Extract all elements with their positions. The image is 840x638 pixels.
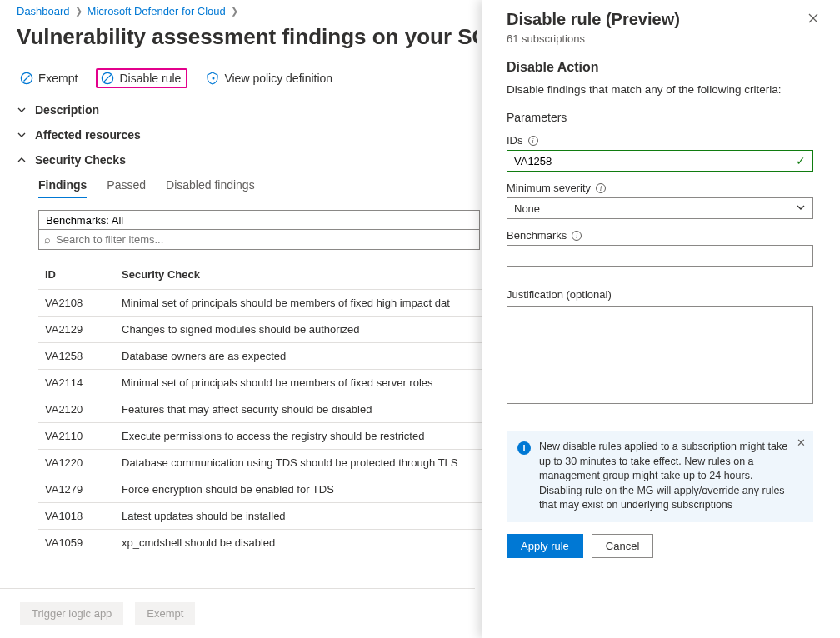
findings-table: ID Security Check VA2108Minimal set of p… — [38, 260, 483, 556]
policy-icon — [206, 72, 219, 85]
svg-point-4 — [212, 77, 215, 80]
view-policy-button[interactable]: View policy definition — [202, 68, 336, 88]
security-checks-section[interactable]: Security Checks — [17, 153, 477, 167]
disable-rule-panel: Disable rule (Preview) 61 subscriptions … — [482, 0, 840, 638]
apply-rule-button[interactable]: Apply rule — [507, 534, 583, 558]
notice-text: New disable rules applied to a subscript… — [539, 440, 791, 513]
description-section[interactable]: Description — [17, 103, 477, 117]
table-row[interactable]: VA1258Database owners are as expected — [38, 343, 483, 370]
cell-security-check: xp_cmdshell should be disabled — [122, 536, 480, 549]
cell-security-check: Execute permissions to access the regist… — [122, 430, 480, 442]
table-row[interactable]: VA2110Execute permissions to access the … — [38, 423, 483, 450]
table-row[interactable]: VA2108Minimal set of principals should b… — [38, 290, 483, 317]
panel-subtext: 61 subscriptions — [507, 32, 813, 45]
checkmark-icon: ✓ — [796, 154, 806, 167]
cell-id: VA1220 — [42, 456, 122, 469]
breadcrumb: Dashboard ❯ Microsoft Defender for Cloud… — [17, 5, 477, 17]
search-icon: ⌕ — [44, 233, 51, 246]
chevron-down-icon — [17, 130, 27, 140]
table-row[interactable]: VA1220Database communication using TDS s… — [38, 450, 483, 476]
cell-id: VA1059 — [42, 536, 122, 549]
table-row[interactable]: VA1018Latest updates should be installed — [38, 503, 483, 530]
table-row[interactable]: VA2129Changes to signed modules should b… — [38, 317, 483, 343]
column-id[interactable]: ID — [42, 268, 122, 281]
tab-disabled-findings[interactable]: Disabled findings — [166, 178, 255, 198]
info-icon[interactable]: i — [528, 136, 538, 146]
chevron-down-icon — [17, 105, 27, 115]
svg-line-1 — [24, 76, 30, 82]
benchmarks-filter[interactable] — [38, 210, 480, 230]
chevron-up-icon — [17, 155, 27, 165]
close-icon[interactable] — [807, 12, 820, 28]
cancel-button[interactable]: Cancel — [592, 534, 653, 558]
affected-resources-section[interactable]: Affected resources — [17, 128, 477, 142]
cell-security-check: Database owners are as expected — [122, 350, 480, 362]
info-icon: i — [518, 441, 531, 455]
chevron-down-icon — [796, 202, 806, 215]
trigger-logic-app-button[interactable]: Trigger logic app — [20, 602, 123, 625]
cell-security-check: Latest updates should be installed — [122, 510, 480, 522]
cell-id: VA2129 — [42, 323, 122, 336]
breadcrumb-item[interactable]: Microsoft Defender for Cloud — [88, 5, 226, 17]
cell-id: VA2108 — [42, 297, 122, 309]
exempt-label: Exempt — [38, 72, 78, 85]
justification-textarea[interactable] — [507, 306, 813, 404]
disable-action-desc: Disable findings that match any of the f… — [507, 83, 813, 96]
svg-line-3 — [104, 75, 112, 82]
search-input[interactable] — [56, 233, 474, 246]
disable-action-heading: Disable Action — [507, 60, 813, 75]
cell-security-check: Database communication using TDS should … — [122, 456, 480, 469]
page-title: Vulnerability assessment findings on you… — [17, 24, 477, 50]
info-icon[interactable]: i — [596, 183, 606, 193]
table-row[interactable]: VA2114Minimal set of principals should b… — [38, 370, 483, 396]
table-row[interactable]: VA1059xp_cmdshell should be disabled — [38, 530, 483, 556]
cell-id: VA1279 — [42, 483, 122, 496]
close-notice-icon[interactable]: ✕ — [797, 436, 806, 449]
cell-id: VA2120 — [42, 403, 122, 416]
chevron-right-icon: ❯ — [75, 6, 82, 17]
chevron-right-icon: ❯ — [231, 6, 238, 17]
cell-security-check: Changes to signed modules should be auth… — [122, 323, 480, 336]
table-row[interactable]: VA2120Features that may affect security … — [38, 396, 483, 423]
tab-passed[interactable]: Passed — [107, 178, 146, 198]
info-notice: i New disable rules applied to a subscri… — [507, 431, 813, 522]
cell-security-check: Minimal set of principals should be memb… — [122, 297, 480, 309]
prohibit-icon — [101, 72, 114, 85]
benchmarks-field[interactable] — [507, 245, 813, 267]
disable-rule-button[interactable]: Disable rule — [96, 68, 188, 88]
view-policy-label: View policy definition — [224, 72, 332, 85]
exempt-icon — [20, 72, 33, 85]
justification-label: Justification (optional) — [507, 288, 813, 301]
exempt-button[interactable]: Exempt — [17, 68, 81, 88]
disable-rule-label: Disable rule — [119, 72, 181, 85]
tab-findings[interactable]: Findings — [38, 178, 87, 198]
ids-input[interactable] — [514, 155, 796, 167]
breadcrumb-item[interactable]: Dashboard — [17, 5, 70, 17]
toolbar: Exempt Disable rule View policy definiti… — [17, 68, 477, 88]
exempt-bottom-button[interactable]: Exempt — [135, 602, 195, 625]
cell-security-check: Force encryption should be enabled for T… — [122, 483, 480, 496]
ids-field[interactable]: ✓ — [507, 150, 813, 172]
cell-security-check: Minimal set of principals should be memb… — [122, 376, 480, 389]
cell-security-check: Features that may affect security should… — [122, 403, 480, 416]
benchmarks-label: Benchmarksi — [507, 229, 813, 242]
min-severity-label: Minimum severityi — [507, 182, 813, 194]
cell-id: VA1018 — [42, 510, 122, 522]
info-icon[interactable]: i — [572, 231, 582, 241]
benchmarks-input[interactable] — [514, 250, 806, 262]
panel-title: Disable rule (Preview) — [507, 10, 813, 29]
ids-label: IDsi — [507, 134, 813, 147]
cell-id: VA1258 — [42, 350, 122, 362]
min-severity-select[interactable]: None — [507, 197, 813, 219]
cell-id: VA2110 — [42, 430, 122, 442]
cell-id: VA2114 — [42, 376, 122, 389]
table-row[interactable]: VA1279Force encryption should be enabled… — [38, 476, 483, 503]
parameters-label: Parameters — [507, 111, 813, 124]
column-security-check[interactable]: Security Check — [122, 268, 480, 281]
